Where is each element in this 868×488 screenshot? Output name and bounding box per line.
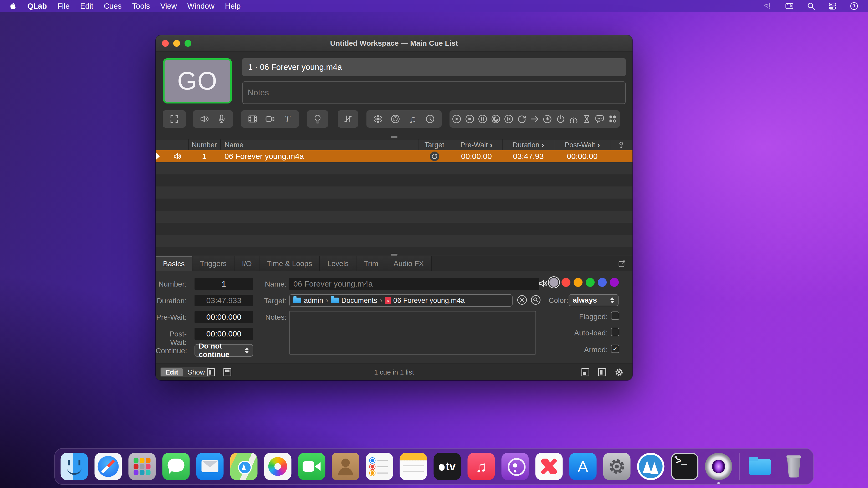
menu-view[interactable]: View xyxy=(160,2,177,10)
toggle-bottom-panel-icon[interactable] xyxy=(582,368,589,377)
reset-cue-icon[interactable] xyxy=(516,113,528,125)
dock-news-icon[interactable] xyxy=(535,453,563,480)
cue-notes-input[interactable] xyxy=(243,82,632,103)
find-target-icon[interactable] xyxy=(530,294,541,305)
dock-photos-icon[interactable] xyxy=(264,453,291,480)
dock-safari-icon[interactable] xyxy=(95,453,122,480)
wait-cue-icon[interactable] xyxy=(581,113,592,125)
clear-target-icon[interactable] xyxy=(517,294,528,305)
menu-window[interactable]: Window xyxy=(187,2,215,10)
keyboard-icon[interactable] xyxy=(785,2,794,10)
toggle-top-panel-icon[interactable] xyxy=(223,368,231,377)
start-cue-icon[interactable] xyxy=(555,113,566,125)
swatch-red[interactable] xyxy=(561,278,570,287)
camera-cue-icon[interactable] xyxy=(264,113,276,125)
arm-cue-icon[interactable] xyxy=(568,113,579,125)
dock-launchpad-icon[interactable] xyxy=(128,453,156,480)
dock-mountain-app-icon[interactable] xyxy=(637,453,664,480)
memo-cue-icon[interactable] xyxy=(594,113,606,125)
skip-back-cue-icon[interactable] xyxy=(503,113,515,125)
search-icon[interactable] xyxy=(806,2,815,10)
pause-cue-icon[interactable] xyxy=(477,113,488,125)
dock-facetime-icon[interactable] xyxy=(298,453,326,480)
dock-contacts-icon[interactable] xyxy=(332,453,359,480)
midi-file-cue-icon[interactable]: ♫ xyxy=(407,113,418,125)
cue-list-empty-area[interactable] xyxy=(156,162,632,255)
swatch-gray[interactable] xyxy=(549,278,558,287)
number-field[interactable]: 1 xyxy=(194,278,253,290)
workspace-settings-gear-icon[interactable] xyxy=(614,367,624,377)
timecode-cue-icon[interactable] xyxy=(424,113,436,125)
go-button[interactable]: GO xyxy=(163,58,232,103)
cue-row-selected[interactable]: 1 06 Forever young.m4a 00:00.00 03:47.93… xyxy=(156,150,632,162)
tab-io[interactable]: I/O xyxy=(235,256,259,271)
column-duration[interactable]: Duration› xyxy=(502,139,555,151)
menu-app-name[interactable]: QLab xyxy=(27,2,47,10)
column-pre-wait[interactable]: Pre-Wait› xyxy=(451,139,502,151)
dock-maps-icon[interactable] xyxy=(230,453,258,480)
menu-cues[interactable]: Cues xyxy=(104,2,122,10)
auto-load-checkbox[interactable] xyxy=(611,328,619,336)
clock-status-icon[interactable] xyxy=(849,2,859,10)
cue-notes-box[interactable] xyxy=(242,82,626,104)
pop-out-inspector-icon[interactable] xyxy=(618,256,632,271)
dock-reminders-icon[interactable] xyxy=(366,453,393,480)
load-cue-icon[interactable] xyxy=(542,113,553,125)
expand-icon[interactable] xyxy=(168,113,180,125)
tab-triggers[interactable]: Triggers xyxy=(192,256,235,271)
text-cue-icon[interactable]: T xyxy=(282,113,293,125)
column-target[interactable]: Target xyxy=(418,139,451,151)
pre-wait-field[interactable]: 00:00.000 xyxy=(194,311,253,323)
armed-checkbox[interactable]: ✓ xyxy=(611,345,619,353)
name-field[interactable]: 06 Forever young.m4a xyxy=(289,278,539,290)
dock-downloads-folder-icon[interactable] xyxy=(746,453,774,480)
dock-settings-icon[interactable] xyxy=(603,453,631,480)
dock-tv-icon[interactable]: tv xyxy=(434,453,461,480)
wifi-alert-icon[interactable] xyxy=(764,2,772,10)
toggle-left-panel-icon[interactable] xyxy=(207,368,215,377)
dock-qlab-icon[interactable] xyxy=(705,453,732,480)
network-cue-icon[interactable] xyxy=(372,113,384,125)
fade-out-cue-icon[interactable] xyxy=(490,113,501,125)
swatch-green[interactable] xyxy=(586,278,595,287)
menu-tools[interactable]: Tools xyxy=(132,2,150,10)
continue-select[interactable]: Do not continue xyxy=(194,344,253,357)
menu-edit[interactable]: Edit xyxy=(80,2,93,10)
show-mode-button[interactable]: Show xyxy=(183,368,210,377)
breadcrumb-file[interactable]: 06 Forever young.m4a xyxy=(393,296,465,305)
list-splitter-grip[interactable] xyxy=(391,136,398,138)
dock-mail-icon[interactable] xyxy=(196,453,224,480)
column-number[interactable]: Number xyxy=(188,139,220,151)
apple-menu-icon[interactable] xyxy=(9,2,17,10)
breadcrumb-admin[interactable]: admin xyxy=(304,296,323,305)
audio-cue-icon[interactable] xyxy=(198,113,210,125)
tab-trim[interactable]: Trim xyxy=(356,256,386,271)
target-breadcrumb[interactable]: admin › Documents › ♫ 06 Forever young.m… xyxy=(289,294,513,307)
inspector-splitter-grip[interactable] xyxy=(391,254,398,256)
toggle-right-panel-icon[interactable] xyxy=(598,368,606,377)
dock-music-icon[interactable]: ♫ xyxy=(468,453,495,480)
tab-audio-fx[interactable]: Audio FX xyxy=(386,256,432,271)
minimize-button[interactable] xyxy=(173,40,180,47)
dock-terminal-icon[interactable]: >_ xyxy=(671,453,699,480)
color-select[interactable]: always xyxy=(568,294,619,306)
light-cue-icon[interactable] xyxy=(312,113,323,125)
preview-speaker-icon[interactable] xyxy=(538,279,548,288)
swatch-blue[interactable] xyxy=(598,278,607,287)
swatch-purple[interactable] xyxy=(610,278,619,287)
tab-time-loops[interactable]: Time & Loops xyxy=(259,256,320,271)
cart-cue-icon[interactable] xyxy=(607,113,618,125)
post-wait-field[interactable]: 00:00.000 xyxy=(194,328,253,340)
tab-basics[interactable]: Basics xyxy=(156,256,192,271)
control-center-icon[interactable] xyxy=(828,2,837,10)
swatch-orange[interactable] xyxy=(574,278,583,287)
flagged-checkbox[interactable] xyxy=(611,312,619,320)
goto-cue-icon[interactable] xyxy=(529,113,540,125)
notes-textarea[interactable] xyxy=(289,311,536,355)
dock-messages-icon[interactable] xyxy=(162,453,190,480)
column-name[interactable]: Name xyxy=(220,139,287,151)
edit-mode-button[interactable]: Edit xyxy=(161,368,183,377)
title-bar[interactable]: Untitled Workspace — Main Cue List xyxy=(156,35,632,52)
column-post-wait[interactable]: Post-Wait› xyxy=(555,139,610,151)
tab-levels[interactable]: Levels xyxy=(320,256,356,271)
